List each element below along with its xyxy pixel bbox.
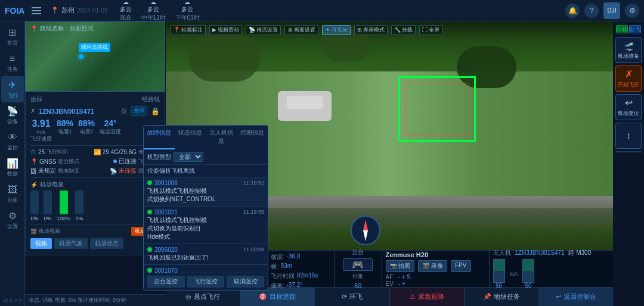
airport-icon: 🛫 (623, 40, 634, 51)
sidebar-item-device[interactable]: 📡 设备 (1, 102, 24, 129)
battery-section: ⚡ 机场电量 0% 0% 100% 0% (30, 180, 160, 221)
badge-mount[interactable]: 🔧挂载 (391, 25, 416, 35)
grid-icon: ⊞ (357, 27, 362, 33)
lock-icon[interactable]: 🔒 (151, 107, 160, 115)
mission-tab-status[interactable]: 状态信息 (175, 126, 206, 149)
status-dot-mounted: 挂载 (616, 25, 628, 33)
mission-type-select[interactable]: 全部 (174, 152, 203, 162)
block-icon: 📌 (483, 293, 491, 301)
adjust-icon: ↕ (626, 130, 631, 141)
sidebar-item-fly[interactable]: ✈ 飞行 (1, 76, 24, 102)
mission-filter-row: 机型类型 全部 (144, 149, 268, 165)
target-icon: 🎯 (259, 293, 267, 301)
divider1 (30, 145, 160, 146)
metric-speed: 3.91 m/s 飞行速度 (30, 118, 52, 143)
tracking-inner (405, 83, 469, 135)
airport-reset-button[interactable]: ↩ 机场复位 (615, 94, 642, 120)
mission-list: 3001006 11:19:52 飞机以模式飞机控制模式切换到NET_CONTR… (144, 177, 268, 273)
camera-section: Zenmuse H20 📷 拍照 🎬 录像 FPV AF - + S EV - … (382, 251, 490, 287)
sidebar-item-settings[interactable]: ⚙ 设置 (1, 207, 24, 233)
video-tab-weather[interactable]: 机场气象 (54, 238, 88, 249)
start-fly-button[interactable]: ✗ 开始飞行 (615, 65, 642, 92)
video-tab-status[interactable]: 机场状态 (90, 238, 123, 249)
fullscreen-icon: ⛶ (422, 27, 428, 33)
mission-panel-tabs: 故障信息 状态信息 无人机信息 控图信息 (144, 126, 268, 149)
video-tabs: 视频 机场气象 机场状态 (30, 238, 160, 249)
map-label: 圆环出路线 (79, 43, 110, 52)
help-button[interactable]: ? (584, 4, 599, 18)
badge-stream[interactable]: ▶视频普动 (209, 25, 242, 35)
user-avatar[interactable]: DJI (603, 2, 620, 19)
return-icon: ↩ (556, 293, 561, 301)
gimbal-control-btn[interactable]: 云台遥控 (147, 276, 185, 288)
battery-label: ⚡ 机场电量 (30, 180, 160, 189)
gnss-mode: 📍 GNSS 定位模式 (30, 157, 79, 166)
video-section: 🎬 机场视频 机场备存 视频 机场气象 机场状态 (30, 227, 160, 249)
fly-start-icon: ✗ (625, 68, 633, 80)
mission-item-1: 3001006 11:19:52 飞机以模式飞机控制模式切换到NET_CONTR… (144, 177, 268, 207)
fpv-mode-btn[interactable]: FPV (451, 260, 470, 272)
badge-visible[interactable]: 👁可见光 (322, 25, 351, 35)
menu-button[interactable] (29, 4, 44, 18)
video-mode-btn[interactable]: 🎬 录像 (418, 260, 447, 272)
emergency-icon: ⚠ (410, 293, 416, 301)
badge-fullscreen[interactable]: ⛶全屏 (419, 25, 442, 35)
airport-ready-button[interactable]: 🛫 机场准备 (615, 37, 642, 63)
battery-bar-3: 100% (57, 191, 70, 221)
camera-mode-row: 📷 拍照 🎬 录像 FPV (386, 260, 485, 272)
mission-panel: 故障信息 状态信息 无人机信息 控图信息 机型类型 全部 位姿偏折飞机离线 30… (143, 125, 268, 291)
home-icon: ⊞ (8, 27, 16, 38)
drone-telem-section: 无人机 1ZN3JBN001S471 经 M300 50 toA 50 (490, 251, 614, 287)
tracking-box (398, 76, 476, 142)
mission-tab-fault[interactable]: 故障信息 (144, 126, 175, 149)
mission-actions: 云台遥控 飞行遥控 取消遥控 (144, 273, 268, 290)
toa-label: toA (510, 271, 518, 277)
rt-divider (615, 151, 642, 152)
mission-tab-control[interactable]: 控图信息 (237, 126, 268, 149)
circle-fly-button[interactable]: ⟳ 环飞 (315, 288, 389, 306)
mission-dot-3 (147, 247, 152, 252)
settings-button[interactable]: ⚙ (625, 4, 639, 18)
camera-settings: AF - + S (386, 274, 485, 280)
stream-icon: ▶ (212, 27, 216, 33)
gnss-row: 📍 GNSS 定位模式 已连接 飞控系统 (30, 157, 160, 166)
badge-location[interactable]: 📍站频标注 (171, 25, 206, 35)
weather-bar: ☁ 多云 现在 ☁ 多云 中午12时 ☁ 多云 下午01时 (120, 0, 565, 22)
sidebar-item-tasks[interactable]: ≡ 任务 (1, 50, 24, 76)
mission-dot-1 (147, 180, 152, 185)
badge-screen[interactable]: 🖥画面设置 (284, 25, 318, 35)
adjust-button[interactable]: ↕ (615, 123, 642, 149)
video-tab-feed[interactable]: 视频 (30, 238, 52, 249)
weather-noon: ☁ 多云 中午12时 (141, 0, 166, 22)
compass (351, 216, 380, 245)
badge-frame[interactable]: ⊞界画模式 (354, 25, 388, 35)
location-pin-icon: 📍 (174, 27, 180, 33)
drone-marker (79, 54, 83, 59)
block-task-button[interactable]: 📌 地块任务 (465, 288, 539, 306)
weather-current: ☁ 多云 现在 (120, 0, 132, 22)
cancel-control-btn[interactable]: 取消遥控 (227, 276, 264, 288)
battery-bar-1: 0% (30, 191, 39, 221)
status2-item: 🖼 未规定 圈地制度 (30, 167, 79, 175)
sidebar-item-monitor[interactable]: 👁 监控 (1, 129, 24, 155)
badge-push[interactable]: 📡推流设置 (246, 25, 281, 35)
sidebar-item-home[interactable]: ⊞ 首页 (1, 24, 24, 50)
photo-mode-btn[interactable]: 📷 拍照 (386, 260, 415, 272)
telem-heading: 偏角: -37.2° (271, 282, 329, 290)
fly-icon: ✈ (8, 79, 16, 90)
emergency-button[interactable]: ⚠ 紧急返降 (390, 288, 465, 306)
status-bar: 状态: 消机 电量: 0% 预计使用时间: 0分钟 (25, 294, 166, 306)
return-control-button[interactable]: ↩ 返回控制台 (539, 288, 613, 306)
signal-icon: 📡 (249, 27, 255, 33)
scale-right: 50 (522, 259, 534, 289)
sidebar-item-gallery[interactable]: 🖼 台库 (1, 181, 24, 207)
monitor-icon: 👁 (8, 132, 17, 143)
signal-row: ⏱ 25 飞行时间 📶 29.4G/29.6G 连接信号 (30, 148, 160, 156)
mission-tab-drone[interactable]: 无人机信息 (206, 126, 237, 149)
version-label: v5.5.7.9 (2, 298, 21, 304)
mission-item-3: 3006020 11:20:08 飞机回航已到达返回了! (144, 244, 268, 265)
fly-control-btn[interactable]: 飞行遥控 (187, 276, 225, 288)
sidebar-item-data[interactable]: 📊 数据 (1, 155, 24, 181)
compass-needle (365, 220, 366, 241)
notification-button[interactable]: 🔔 (565, 4, 580, 18)
